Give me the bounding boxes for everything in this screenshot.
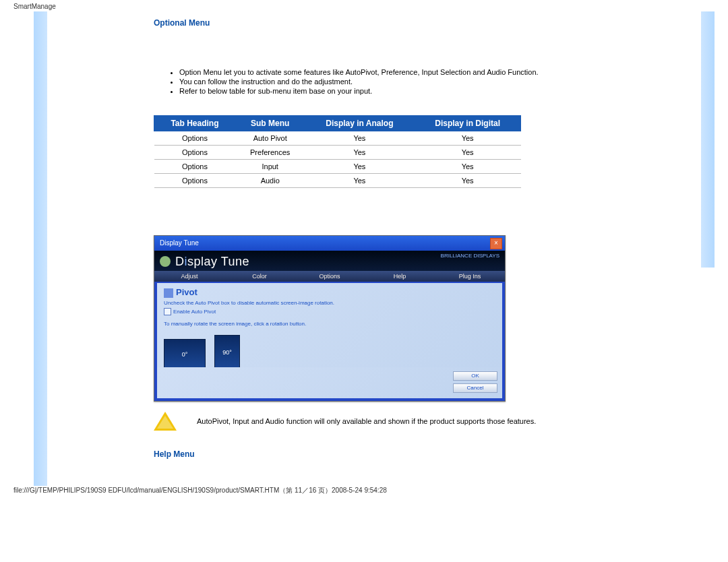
- checkbox-label: Enable Auto Pivot: [173, 308, 216, 314]
- pivot-icon: [164, 288, 173, 298]
- checkbox-icon[interactable]: [164, 308, 171, 315]
- warning-icon: [154, 412, 177, 432]
- cell: Yes: [305, 146, 415, 160]
- tab-help[interactable]: Help: [365, 271, 435, 282]
- bullet-item: Option Menu let you to activate some fea…: [179, 68, 701, 76]
- cell: Options: [154, 174, 236, 188]
- rotate-0-button[interactable]: 0°: [164, 339, 206, 370]
- table-row: Options Auto Pivot Yes Yes: [154, 131, 521, 146]
- cancel-button[interactable]: Cancel: [453, 383, 497, 393]
- tab-adjust[interactable]: Adjust: [154, 271, 224, 282]
- help-menu-heading: Help Menu: [154, 449, 701, 459]
- tab-plugins[interactable]: Plug Ins: [435, 271, 505, 282]
- bullet-item: Refer to below table for sub-menu item b…: [179, 87, 701, 95]
- rotate-90-button[interactable]: 90°: [214, 335, 240, 370]
- cell: Yes: [415, 146, 521, 160]
- close-icon[interactable]: ×: [490, 238, 502, 249]
- cell: Options: [154, 160, 236, 174]
- th-sub-menu: Sub Menu: [235, 116, 305, 131]
- cell: Preferences: [235, 146, 305, 160]
- optional-menu-bullets: Option Menu let you to activate some fea…: [167, 68, 701, 95]
- rotation-buttons: 0° 90°: [164, 335, 495, 371]
- th-display-digital: Display in Digital: [415, 116, 521, 131]
- table-row: Options Audio Yes Yes: [154, 174, 521, 188]
- content-area: Optional Menu Option Menu let you to act…: [47, 11, 701, 486]
- left-decor-band: [34, 11, 47, 486]
- app-screenshot: Display Tune × Display Tune Display Tune…: [154, 235, 506, 402]
- window-titlebar: Display Tune ×: [154, 236, 505, 251]
- ok-button[interactable]: OK: [453, 371, 497, 381]
- tab-color[interactable]: Color: [224, 271, 295, 282]
- cell: Yes: [415, 160, 521, 174]
- auto-pivot-checkbox-row[interactable]: Enable Auto Pivot: [164, 308, 495, 315]
- gear-icon: [160, 256, 171, 267]
- cell: Audio: [235, 174, 305, 188]
- th-display-analog: Display in Analog: [305, 116, 415, 131]
- dialog-buttons: OK Cancel: [157, 367, 502, 398]
- page-body: Optional Menu Option Menu let you to act…: [34, 11, 715, 486]
- cell: Yes: [415, 174, 521, 188]
- table-row: Options Input Yes Yes: [154, 160, 521, 174]
- table-header-row: Tab Heading Sub Menu Display in Analog D…: [154, 116, 521, 131]
- panel-title: Pivot: [164, 287, 495, 298]
- app-panel: Pivot Uncheck the Auto Pivot box to disa…: [157, 283, 502, 371]
- brand-sublabel: BRILLIANCE DISPLAYS: [441, 253, 499, 259]
- cell: Options: [154, 131, 236, 146]
- app-tabs: AdjustColorOptionsHelpPlug Ins: [154, 271, 505, 282]
- hint-text: Uncheck the Auto Pivot box to disable au…: [164, 300, 495, 306]
- bullet-item: You can follow the instruction and do th…: [179, 77, 701, 86]
- th-tab-heading: Tab Heading: [154, 116, 236, 131]
- right-decor-band: [701, 11, 715, 268]
- tab-options[interactable]: Options: [295, 271, 365, 282]
- window-title: Display Tune: [160, 239, 199, 247]
- submenu-table: Tab Heading Sub Menu Display in Analog D…: [154, 115, 521, 188]
- table-row: Options Preferences Yes Yes: [154, 146, 521, 160]
- note-row: AutoPivot, Input and Audio function will…: [154, 412, 701, 432]
- cell: Yes: [305, 160, 415, 174]
- optional-menu-heading: Optional Menu: [154, 18, 701, 28]
- page-header: SmartManage: [0, 0, 728, 11]
- footer-path: file:///G|/TEMP/PHILIPS/190S9 EDFU/lcd/m…: [0, 486, 728, 502]
- cell: Auto Pivot: [235, 131, 305, 146]
- cell: Options: [154, 146, 236, 160]
- brand-bar: Display Tune Display Tune BRILLIANCE DIS…: [154, 251, 505, 271]
- brand-text: Display Tune: [175, 255, 249, 268]
- cell: Input: [235, 160, 305, 174]
- cell: Yes: [415, 131, 521, 146]
- cell: Yes: [305, 174, 415, 188]
- cell: Yes: [305, 131, 415, 146]
- note-text: AutoPivot, Input and Audio function will…: [197, 417, 536, 425]
- manual-hint-text: To manually rotate the screen image, cli…: [164, 321, 495, 327]
